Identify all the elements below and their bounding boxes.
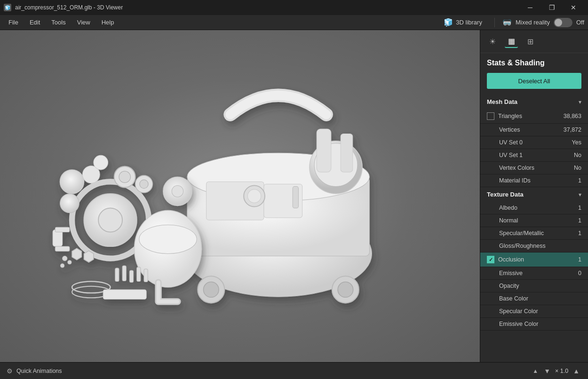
triangles-value: 38,863 [564,113,581,119]
bottom-bar: ⚙ Quick Animations ▲ ▼ × 1.0 ▲ [0,362,588,379]
triangles-checkbox[interactable] [487,112,494,120]
emissive-color-label: Emissive Color [499,321,538,327]
svg-point-44 [68,261,72,264]
library-label: 3D library [456,19,482,26]
menu-file[interactable]: File [4,17,23,28]
viewport-background [0,30,480,362]
svg-rect-32 [137,267,141,282]
albedo-label: Albedo [499,205,517,211]
albedo-row: Albedo 1 [480,202,588,214]
viewport[interactable] [0,30,480,362]
uv0-value: Yes [572,139,581,146]
svg-rect-5 [317,129,331,172]
menu-tools[interactable]: Tools [47,17,70,28]
normal-label: Normal [499,217,518,224]
svg-point-45 [61,264,64,268]
zoom-decrease-button[interactable]: ▼ [542,366,552,376]
quick-animations-label: Quick Animations [16,368,529,374]
texture-data-collapse[interactable]: Texture Data ▾ [480,187,588,202]
svg-rect-31 [129,270,133,283]
mixed-reality-toggle[interactable] [554,18,572,27]
panel-toolbar: ☀ ▦ ⊞ [480,30,588,53]
deselect-all-button[interactable]: Deselect All [487,73,581,89]
mixed-reality-icon: 🥽 [502,18,512,27]
library-icon: 🧊 [444,18,453,27]
menu-bar-right: 🧊 3D library 🥽 Mixed reality Off [439,16,584,29]
minimize-button[interactable]: ─ [519,0,541,15]
base-color-row: Base Color [480,292,588,305]
specular-metallic-label: Specular/Metallic [499,230,544,237]
maximize-button[interactable]: ❐ [541,0,563,15]
zoom-controls: ▼ × 1.0 ▲ [542,366,581,376]
menu-help[interactable]: Help [97,17,119,28]
quick-animations-icon: ⚙ [7,367,13,375]
uv0-label: UV Set 0 [499,139,523,146]
window-title: air_compressor_512_ORM.glb - 3D Viewer [15,4,123,11]
occlusion-checkbox[interactable] [487,256,494,263]
occlusion-row: Occlusion 1 [480,253,588,267]
svg-rect-30 [122,266,126,281]
emissive-label: Emissive [499,270,523,276]
grid-tool[interactable]: ⊞ [524,35,537,48]
menu-bar-left: File Edit Tools View Help [4,17,439,28]
emissive-row: Emissive 0 [480,267,588,280]
uv1-label: UV Set 1 [499,152,523,158]
menu-edit[interactable]: Edit [25,17,45,28]
zoom-increase-button[interactable]: ▲ [571,366,581,376]
opacity-row: Opacity [480,280,588,292]
svg-rect-40 [55,246,70,251]
svg-point-10 [203,282,219,298]
svg-point-14 [247,190,261,203]
zoom-level: × 1.0 [555,368,568,374]
triangles-label: Triangles [498,113,522,119]
model-svg [0,30,480,362]
texture-data-title: Texture Data [487,191,524,198]
svg-point-21 [60,170,84,194]
panel-title: Stats & Shading [480,53,588,71]
svg-point-20 [139,225,197,253]
svg-marker-41 [72,248,81,260]
emissive-value: 0 [578,270,581,276]
vertices-label: Vertices [499,126,520,133]
menu-bar: File Edit Tools View Help 🧊 3D library 🥽… [0,15,588,30]
library-button[interactable]: 🧊 3D library [439,16,487,29]
occlusion-value: 1 [578,256,581,263]
base-color-label: Base Color [499,295,528,302]
svg-rect-15 [293,187,298,208]
svg-point-24 [94,155,108,170]
mixed-reality-group: 🥽 Mixed reality Off [502,18,584,27]
menu-view[interactable]: View [72,17,95,28]
lighting-tool[interactable]: ☀ [486,35,499,48]
svg-rect-29 [115,268,119,282]
svg-point-18 [98,208,122,232]
material-ids-label: Material IDs [499,177,531,184]
specular-metallic-value: 1 [578,230,581,237]
chevron-up-icon: ▲ [532,368,538,374]
svg-point-23 [60,194,79,213]
occlusion-left: Occlusion [487,256,524,263]
specular-color-row: Specular Color [480,305,588,318]
triangles-left: Triangles [487,112,522,120]
mesh-chevron-icon: ▾ [579,99,581,105]
normal-value: 1 [578,217,581,224]
vertex-colors-value: No [574,165,581,171]
normal-row: Normal 1 [480,214,588,227]
stats-tool[interactable]: ▦ [505,35,518,48]
gloss-roughness-row: Gloss/Roughness [480,240,588,253]
texture-chevron-icon: ▾ [579,191,581,198]
svg-point-37 [172,186,183,197]
svg-rect-33 [144,269,148,282]
main-area: ☀ ▦ ⊞ Stats & Shading Deselect All Mesh … [0,30,588,362]
specular-metallic-row: Specular/Metallic 1 [480,227,588,240]
separator [494,18,495,27]
svg-point-12 [338,282,353,298]
uv1-row: UV Set 1 No [480,149,588,162]
app-icon: 🧊 [4,4,11,11]
material-ids-row: Material IDs 1 [480,174,588,187]
close-button[interactable]: ✕ [563,0,584,15]
mesh-data-title: Mesh Data [487,98,517,105]
mesh-data-collapse[interactable]: Mesh Data ▾ [480,95,588,109]
svg-point-43 [63,256,67,261]
vertex-colors-row: Vertex Colors No [480,162,588,174]
albedo-value: 1 [578,205,581,211]
